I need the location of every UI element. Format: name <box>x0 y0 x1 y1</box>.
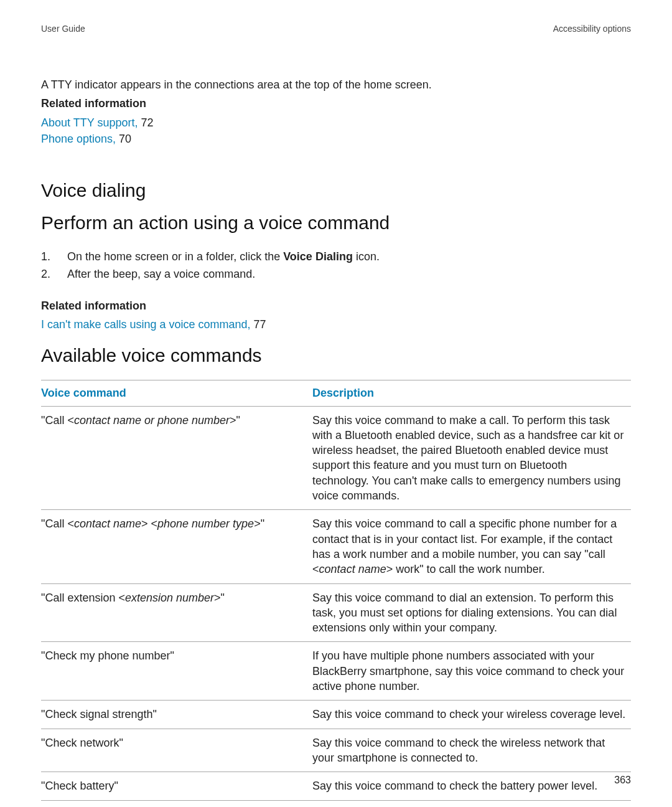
link-about-tty-page: 72 <box>138 116 153 129</box>
table-row: "Check network" Say this voice command t… <box>41 729 631 772</box>
link-voice-command-page: 77 <box>251 318 266 331</box>
page-number: 363 <box>614 775 631 786</box>
cmd-ital2: phone number type <box>157 517 254 530</box>
table-header-voice-command: Voice command <box>41 380 312 406</box>
desc-ital: contact name <box>319 563 386 575</box>
header-right: Accessibility options <box>553 24 631 34</box>
step-1: 1. On the home screen or in a folder, cl… <box>41 248 631 266</box>
cmd-mid: > < <box>141 517 157 530</box>
page-header: User Guide Accessibility options <box>41 24 631 34</box>
table-row: "Call <contact name> <phone number type>… <box>41 510 631 583</box>
link-voice-command-anchor[interactable]: I can't make calls using a voice command… <box>41 318 251 331</box>
table-header-description: Description <box>312 380 631 406</box>
steps-list: 1. On the home screen or in a folder, cl… <box>41 248 631 283</box>
link-about-tty-anchor[interactable]: About TTY support, <box>41 116 138 129</box>
table-header-row: Voice command Description <box>41 380 631 406</box>
table-row: "Call <contact name or phone number>" Sa… <box>41 406 631 510</box>
tty-indicator-note: A TTY indicator appears in the connectio… <box>41 77 631 92</box>
step-1-bold: Voice Dialing <box>283 250 353 263</box>
link-voice-command-troubleshoot: I can't make calls using a voice command… <box>41 317 631 332</box>
desc-post: > work" to call the work number. <box>386 563 545 575</box>
step-2-number: 2. <box>41 266 67 283</box>
cmd-cell: "Check network" <box>41 729 312 772</box>
heading-perform-action: Perform an action using a voice command <box>41 212 631 234</box>
step-1-pre: On the home screen or in a folder, click… <box>67 250 283 263</box>
link-about-tty: About TTY support, 72 <box>41 115 631 130</box>
step-2: 2. After the beep, say a voice command. <box>41 266 631 283</box>
cmd-ital: contact name <box>74 517 141 530</box>
desc-cell: Say this voice command to check your wir… <box>312 701 631 729</box>
step-1-number: 1. <box>41 248 67 266</box>
table-row: "Check battery" Say this voice command t… <box>41 772 631 800</box>
table-row: "Check my phone number" If you have mult… <box>41 642 631 701</box>
desc-cell: Say this voice command to call a specifi… <box>312 510 631 583</box>
cmd-cell: "Check signal strength" <box>41 701 312 729</box>
header-left: User Guide <box>41 24 85 34</box>
table-row: "Call extension <extension number>" Say … <box>41 583 631 642</box>
link-phone-options: Phone options, 70 <box>41 131 631 146</box>
cmd-cell: "Check my phone number" <box>41 642 312 701</box>
cmd-pre: "Call extension < <box>41 592 125 604</box>
link-phone-options-anchor[interactable]: Phone options, <box>41 133 116 145</box>
cmd-ital: contact name or phone number <box>74 414 230 427</box>
desc-cell: Say this voice command to make a call. T… <box>312 406 631 510</box>
heading-available-voice-commands: Available voice commands <box>41 345 631 366</box>
cmd-cell: "Call extension <extension number>" <box>41 583 312 642</box>
desc-cell: If you have multiple phone numbers assoc… <box>312 642 631 701</box>
desc-cell: Say this voice command to check the wire… <box>312 729 631 772</box>
cmd-pre: "Call < <box>41 517 74 530</box>
cmd-cell: "Call <contact name> <phone number type>… <box>41 510 312 583</box>
cmd-post: >" <box>254 517 264 530</box>
step-2-text: After the beep, say a voice command. <box>67 266 255 283</box>
cmd-ital: extension number <box>125 592 214 604</box>
heading-voice-dialing: Voice dialing <box>41 180 631 201</box>
related-info-heading-1: Related information <box>41 96 631 111</box>
cmd-post: >" <box>214 592 225 604</box>
cmd-pre: "Call < <box>41 414 74 427</box>
desc-cell: Say this voice command to dial an extens… <box>312 583 631 642</box>
link-phone-options-page: 70 <box>116 133 131 145</box>
cmd-post: >" <box>230 414 240 427</box>
related-info-heading-2: Related information <box>41 298 631 313</box>
table-row: "Check signal strength" Say this voice c… <box>41 701 631 729</box>
step-1-text: On the home screen or in a folder, click… <box>67 248 380 266</box>
cmd-cell: "Check battery" <box>41 772 312 800</box>
cmd-cell: "Call <contact name or phone number>" <box>41 406 312 510</box>
voice-commands-table: Voice command Description "Call <contact… <box>41 380 631 801</box>
desc-cell: Say this voice command to check the batt… <box>312 772 631 800</box>
step-1-post: icon. <box>353 250 380 263</box>
